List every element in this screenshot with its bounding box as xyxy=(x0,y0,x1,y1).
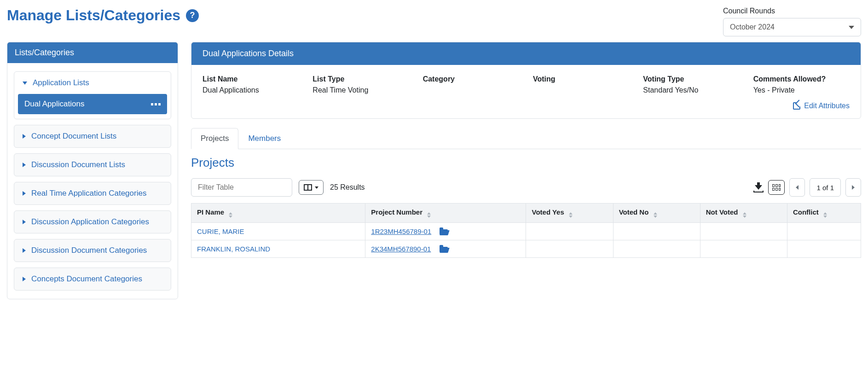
pi-name-link[interactable]: CURIE, MARIE xyxy=(197,227,244,235)
chevron-right-icon xyxy=(23,134,26,139)
chevron-right-icon xyxy=(23,163,26,167)
filter-table-input[interactable] xyxy=(191,178,292,197)
edit-attributes-link[interactable]: Edit Attributes xyxy=(203,102,850,110)
cell-voted-yes xyxy=(526,223,613,240)
page-title-text: Manage Lists/Categories xyxy=(7,7,180,24)
sort-icon xyxy=(654,212,657,218)
council-rounds-value: October 2024 xyxy=(730,23,775,31)
cell-not-voted xyxy=(700,240,787,258)
sidebar-group-header[interactable]: Real Time Application Categories xyxy=(14,182,171,204)
col-header-voted-no[interactable]: Voted No xyxy=(613,204,700,223)
chevron-right-icon xyxy=(23,277,26,281)
cell-not-voted xyxy=(700,223,787,240)
sidebar: Lists/Categories Application Lists Dual … xyxy=(7,42,178,299)
sidebar-group-discussion-application-categories: Discussion Application Categories xyxy=(14,210,171,233)
page-title: Manage Lists/Categories ? xyxy=(7,7,199,24)
sidebar-group-discussion-document-categories: Discussion Document Categories xyxy=(14,239,171,262)
sidebar-group-label: Discussion Document Categories xyxy=(31,246,147,255)
projects-section-title: Projects xyxy=(191,156,861,170)
sidebar-item-dual-applications[interactable]: Dual Applications xyxy=(18,94,167,114)
sidebar-group-label: Application Lists xyxy=(33,78,89,87)
sidebar-group-real-time-application-categories: Real Time Application Categories xyxy=(14,182,171,205)
col-header-conflict[interactable]: Conflict xyxy=(787,204,861,223)
chevron-right-icon xyxy=(23,220,26,224)
help-icon[interactable]: ? xyxy=(186,9,199,22)
tab-projects-label: Projects xyxy=(201,134,229,143)
sidebar-group-header[interactable]: Concepts Document Categories xyxy=(14,268,171,290)
detail-value-list-type: Real Time Voting xyxy=(312,86,409,94)
grid-icon xyxy=(772,184,781,191)
cell-conflict xyxy=(787,240,861,258)
detail-label-voting: Voting xyxy=(533,75,629,83)
col-header-not-voted[interactable]: Not Voted xyxy=(700,204,787,223)
download-button[interactable] xyxy=(753,182,764,192)
columns-icon xyxy=(304,184,312,191)
projects-table: PI Name Project Number Voted Yes Vo xyxy=(191,203,861,258)
sidebar-group-discussion-document-lists: Discussion Document Lists xyxy=(14,153,171,176)
chevron-left-icon xyxy=(796,185,799,190)
folder-open-icon[interactable] xyxy=(440,229,448,235)
pi-name-link[interactable]: FRANKLIN, ROSALIND xyxy=(197,245,270,253)
sidebar-group-header[interactable]: Discussion Document Lists xyxy=(14,154,171,176)
detail-value-comments: Yes - Private xyxy=(753,86,850,94)
project-number-link[interactable]: 1R23MH456789-01 xyxy=(371,227,431,235)
sidebar-group-concept-document-lists: Concept Document Lists xyxy=(14,125,171,148)
grid-view-button[interactable] xyxy=(768,180,785,195)
next-page-button[interactable] xyxy=(845,178,861,197)
chevron-down-icon xyxy=(23,82,27,85)
council-rounds-select[interactable]: October 2024 xyxy=(723,18,861,36)
tab-members-label: Members xyxy=(248,134,281,143)
detail-label-list-name: List Name xyxy=(203,75,299,83)
detail-value-list-name: Dual Applications xyxy=(203,86,299,94)
detail-label-voting-type: Voting Type xyxy=(643,75,739,83)
sidebar-group-label: Discussion Application Categories xyxy=(31,217,149,227)
detail-label-list-type: List Type xyxy=(312,75,409,83)
sort-icon xyxy=(569,212,573,218)
sidebar-group-header[interactable]: Discussion Document Categories xyxy=(14,239,171,262)
prev-page-button[interactable] xyxy=(789,178,805,197)
sidebar-panel-title: Lists/Categories xyxy=(7,42,178,63)
details-panel-title: Dual Applications Details xyxy=(191,42,861,65)
sidebar-group-label: Concept Document Lists xyxy=(31,132,116,141)
cell-conflict xyxy=(787,223,861,240)
col-header-voted-yes[interactable]: Voted Yes xyxy=(526,204,613,223)
more-icon[interactable] xyxy=(151,103,161,105)
cell-voted-no xyxy=(613,223,700,240)
chevron-right-icon xyxy=(852,185,855,190)
table-row: CURIE, MARIE 1R23MH456789-01 xyxy=(191,223,861,240)
edit-attributes-label: Edit Attributes xyxy=(804,102,850,110)
results-count: 25 Results xyxy=(330,183,365,192)
sidebar-group-header[interactable]: Concept Document Lists xyxy=(14,125,171,147)
sidebar-group-label: Discussion Document Lists xyxy=(31,160,125,169)
sidebar-group-header[interactable]: Application Lists xyxy=(14,72,171,94)
folder-open-icon[interactable] xyxy=(440,247,448,252)
details-panel: Dual Applications Details List Name Dual… xyxy=(191,42,861,119)
detail-label-comments: Comments Allowed? xyxy=(753,75,850,83)
chevron-right-icon xyxy=(23,191,26,196)
sidebar-item-label: Dual Applications xyxy=(24,99,84,109)
sidebar-group-label: Concepts Document Categories xyxy=(31,274,142,284)
chevron-down-icon xyxy=(315,186,318,189)
col-header-pi-name[interactable]: PI Name xyxy=(191,204,365,223)
detail-label-category: Category xyxy=(423,75,519,83)
project-number-link[interactable]: 2K34MH567890-01 xyxy=(371,245,431,253)
col-header-project-number[interactable]: Project Number xyxy=(365,204,526,223)
sort-icon xyxy=(823,212,827,218)
detail-value-voting-type: Standard Yes/No xyxy=(643,86,739,94)
sort-icon xyxy=(229,212,232,218)
pager-text: 1 of 1 xyxy=(810,178,841,197)
column-selector-button[interactable] xyxy=(299,180,324,195)
chevron-down-icon xyxy=(849,26,854,29)
sidebar-group-label: Real Time Application Categories xyxy=(31,189,146,198)
sidebar-group-header[interactable]: Discussion Application Categories xyxy=(14,211,171,233)
cell-voted-no xyxy=(613,240,700,258)
sort-icon xyxy=(427,212,431,218)
table-row: FRANKLIN, ROSALIND 2K34MH567890-01 xyxy=(191,240,861,258)
cell-voted-yes xyxy=(526,240,613,258)
sidebar-group-concepts-document-categories: Concepts Document Categories xyxy=(14,268,171,291)
tab-projects[interactable]: Projects xyxy=(191,128,238,149)
chevron-right-icon xyxy=(23,248,26,253)
tab-members[interactable]: Members xyxy=(238,128,290,149)
edit-icon xyxy=(793,102,800,110)
sidebar-group-application-lists: Application Lists Dual Applications xyxy=(14,71,171,119)
